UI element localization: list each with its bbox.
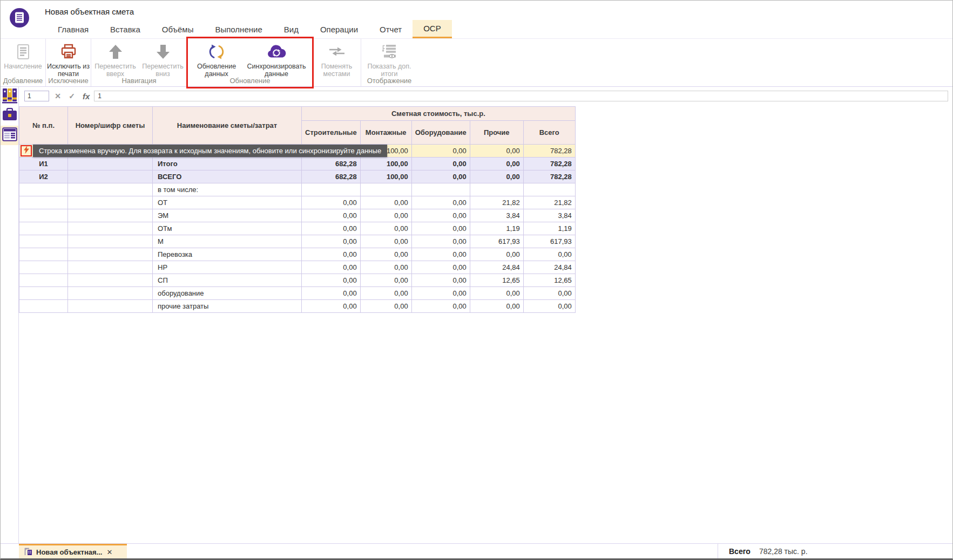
cell-name[interactable]: ВСЕГО [153, 170, 302, 183]
cell-code[interactable] [68, 248, 153, 261]
menu-tab-vstavka[interactable]: Вставка [99, 20, 151, 38]
cell-prochie[interactable]: 1,19 [470, 222, 523, 235]
menu-tab-vypolnenie[interactable]: Выполнение [204, 20, 273, 38]
cell-num[interactable]: И2 [19, 170, 68, 183]
menu-tab-osr[interactable]: ОСР [413, 20, 452, 38]
exclude-from-print-button[interactable]: Исключить из печати [46, 42, 91, 78]
cell-oborudovanie[interactable]: 0,00 [411, 300, 470, 313]
cell-stroitelnye[interactable]: 682,28 [302, 170, 361, 183]
cell-montazhnye[interactable]: 0,00 [360, 235, 411, 248]
cell-name[interactable]: оборудование [153, 287, 302, 300]
cell-oborudovanie[interactable]: 0,00 [411, 209, 470, 222]
cell-num[interactable] [19, 300, 68, 313]
cell-prochie[interactable]: 0,00 [470, 287, 523, 300]
cell-vsego[interactable]: 21,82 [523, 196, 575, 209]
confirm-icon[interactable]: ✓ [66, 92, 77, 100]
cell-oborudovanie[interactable]: 0,00 [411, 274, 470, 287]
cell-montazhnye[interactable]: 100,00 [360, 170, 411, 183]
cell-montazhnye[interactable]: 0,00 [360, 248, 411, 261]
cell-montazhnye[interactable] [360, 183, 411, 196]
cell-oborudovanie[interactable]: 0,00 [411, 158, 470, 170]
cell-name[interactable]: Итого [153, 158, 302, 170]
cell-prochie[interactable]: 12,65 [470, 274, 523, 287]
cell-code[interactable] [68, 196, 153, 209]
cell-prochie[interactable]: 3,84 [470, 209, 523, 222]
sidebar-item-tools[interactable] [1, 106, 18, 126]
sidebar-item-library[interactable] [1, 87, 18, 106]
cell-prochie[interactable]: 0,00 [470, 248, 523, 261]
cell-stroitelnye[interactable]: 0,00 [302, 274, 361, 287]
cell-stroitelnye[interactable]: 0,00 [302, 196, 361, 209]
close-icon[interactable]: ✕ [106, 548, 112, 556]
cell-num[interactable] [19, 196, 68, 209]
cell-name[interactable]: СП [153, 274, 302, 287]
cell-prochie[interactable]: 0,00 [470, 170, 523, 183]
cell-vsego[interactable]: 0,00 [523, 248, 575, 261]
cell-name[interactable]: ЭМ [153, 209, 302, 222]
cell-stroitelnye[interactable]: 0,00 [302, 287, 361, 300]
cell-montazhnye[interactable]: 0,00 [360, 274, 411, 287]
cell-montazhnye[interactable]: 0,00 [360, 222, 411, 235]
cell-prochie[interactable]: 24,84 [470, 261, 523, 274]
cell-montazhnye[interactable]: 0,00 [360, 196, 411, 209]
cancel-icon[interactable]: ✕ [52, 92, 63, 100]
cell-reference-input[interactable] [24, 91, 49, 101]
cell-oborudovanie[interactable]: 0,00 [411, 222, 470, 235]
cell-num[interactable] [19, 209, 68, 222]
cell-stroitelnye[interactable]: 0,00 [302, 248, 361, 261]
sidebar-item-estimate[interactable] [1, 126, 18, 145]
cell-num[interactable] [19, 274, 68, 287]
cell-code[interactable] [68, 274, 153, 287]
menu-tab-operacii[interactable]: Операции [309, 20, 369, 38]
cell-oborudovanie[interactable]: 0,00 [411, 196, 470, 209]
cell-num[interactable] [19, 235, 68, 248]
cell-montazhnye[interactable]: 0,00 [360, 209, 411, 222]
cell-vsego[interactable]: 3,84 [523, 209, 575, 222]
cell-vsego[interactable]: 617,93 [523, 235, 575, 248]
cell-code[interactable] [68, 209, 153, 222]
cell-code[interactable] [68, 183, 153, 196]
menu-tab-glavnaya[interactable]: Главная [47, 20, 99, 38]
cell-vsego[interactable]: 24,84 [523, 261, 575, 274]
cell-oborudovanie[interactable]: 0,00 [411, 235, 470, 248]
cell-vsego[interactable]: 782,28 [523, 170, 575, 183]
cell-num[interactable]: И1 [19, 158, 68, 170]
cell-oborudovanie[interactable]: 0,00 [411, 261, 470, 274]
cell-montazhnye[interactable]: 0,00 [360, 261, 411, 274]
cell-stroitelnye[interactable] [302, 183, 361, 196]
cell-name[interactable]: ОТм [153, 222, 302, 235]
cell-num[interactable] [19, 261, 68, 274]
cell-prochie[interactable]: 0,00 [470, 300, 523, 313]
formula-input[interactable] [94, 91, 948, 101]
cell-vsego[interactable]: 0,00 [523, 300, 575, 313]
cell-code[interactable] [68, 235, 153, 248]
cell-code[interactable] [68, 300, 153, 313]
cell-name[interactable]: в том числе: [153, 183, 302, 196]
cell-name[interactable]: М [153, 235, 302, 248]
menu-tab-vid[interactable]: Вид [273, 20, 309, 38]
cell-prochie[interactable]: 0,00 [470, 158, 523, 170]
cell-stroitelnye[interactable]: 0,00 [302, 300, 361, 313]
cell-prochie[interactable]: 617,93 [470, 235, 523, 248]
cell-name[interactable]: НР [153, 261, 302, 274]
cell-oborudovanie[interactable] [411, 183, 470, 196]
cell-montazhnye[interactable]: 100,00 [360, 158, 411, 170]
cell-name[interactable]: ОТ [153, 196, 302, 209]
cell-stroitelnye[interactable]: 0,00 [302, 222, 361, 235]
row-modified-indicator[interactable] [21, 145, 32, 156]
cell-vsego[interactable] [523, 183, 575, 196]
cell-oborudovanie[interactable]: 0,00 [411, 145, 470, 158]
cell-vsego[interactable]: 1,19 [523, 222, 575, 235]
cell-prochie[interactable]: 0,00 [470, 145, 523, 158]
cell-stroitelnye[interactable]: 0,00 [302, 235, 361, 248]
cell-code[interactable] [68, 222, 153, 235]
refresh-data-button[interactable]: Обновление данных [191, 42, 242, 78]
cell-prochie[interactable]: 21,82 [470, 196, 523, 209]
cell-oborudovanie[interactable]: 0,00 [411, 248, 470, 261]
synchronize-data-button[interactable]: Синхронизировать данные [244, 42, 309, 78]
cell-num[interactable] [19, 248, 68, 261]
cell-code[interactable] [68, 287, 153, 300]
cell-name[interactable]: прочие затраты [153, 300, 302, 313]
cell-prochie[interactable] [470, 183, 523, 196]
cell-stroitelnye[interactable]: 0,00 [302, 209, 361, 222]
